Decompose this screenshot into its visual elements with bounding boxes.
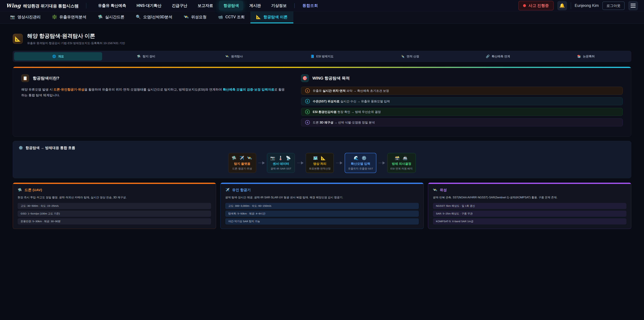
flow-step-sensor-data: 📷 🌡️ 📡 센서 데이터 광학·IR·SAR·SST — [267, 153, 295, 173]
clipboard-icon-box: 📋 — [21, 74, 29, 82]
purple-top-border — [428, 183, 631, 184]
drone-icon: 🛸 — [137, 55, 140, 58]
tab-satellite-request[interactable]: 🛰️ 위성요청 — [178, 12, 212, 23]
satellite-card-description: 광역·반복 관측. SST(NOAA AVHRR·NGSST)·SAR(Sent… — [433, 195, 626, 199]
overview-card: 📋 항공탐색이란? 해양 유류오염 발생 시 드론·유인항공기·위성을 활용하여… — [13, 67, 631, 137]
highlight-platforms: 드론·유인항공기·위성 — [54, 88, 84, 91]
pill-diffusion-link[interactable]: 🔗 확산예측 연계 — [454, 52, 542, 61]
tab-cctv-view[interactable]: 📹 CCTV 조회 — [212, 12, 250, 23]
map-ruler-icons: 🗺️ 📐 — [313, 156, 327, 160]
app-logo: Wing 해양환경 위기대응 통합시스템 — [6, 3, 79, 9]
airplane-icon: ✈️ — [225, 188, 230, 192]
pen-nib-icon: ✒️ — [401, 55, 404, 58]
manned-aircraft-card: ✈️ 유인 항공기 광역 탐색·장시간 체공. 광학·IR·SAR·SLAR·U… — [220, 183, 424, 229]
incident-label: 사고 진행중 — [528, 3, 549, 8]
flow-arrow-icon — [378, 161, 385, 164]
page-title-icon-box: 📐 — [13, 34, 23, 44]
user-name: Eunjeong Kim — [575, 3, 599, 8]
nav-item-aerial-search[interactable]: 항공탐색 — [219, 1, 243, 11]
nav-item-integrated-search[interactable]: 통합조회 — [298, 1, 322, 11]
flow-step-response-decision: 🗃️ 🚢 방제 의사결정 ESI 연계·자원 배치 — [387, 153, 416, 173]
sub-tabbar: 📷 영상사진관리 ❇️ 유출유면적분석 🛸 실시간드론 🔍 오염/선박3D분석 … — [0, 12, 644, 24]
filebox-ship-icons: 🗃️ 🚢 — [394, 156, 408, 160]
flow-step-image-processing: 🗺️ 📐 영상 처리 좌표변환·면적산정 — [306, 153, 334, 173]
pill-overview[interactable]: 🌐 개요 — [14, 52, 102, 61]
number-badge-4: 4 — [305, 120, 310, 125]
bell-icon: 🔔 — [560, 3, 565, 8]
triangle-ruler-icon: 📐 — [14, 36, 21, 42]
drone-card-title: 🛸 드론 (UAV) — [18, 188, 211, 192]
what-section-title: 항공탐색이란? — [33, 76, 59, 81]
highlight-model-input: 확산예측 모델의 검증·보정 입력자료 — [223, 88, 274, 91]
aircraft-card-description: 광역 탐색·장시간 체공. 광학·IR·SAR·SLAR·UV 형광 센서 복합… — [225, 195, 419, 199]
tab-oil-area-analysis[interactable]: ❇️ 유출유면적분석 — [46, 12, 92, 23]
blue-top-border — [220, 183, 424, 184]
flow-arrow-icon — [297, 161, 304, 164]
wave-gear-icons: 🌊 ⚙️ — [354, 156, 368, 160]
main-nav: 유출유 확산예측 HNS·대기확산 긴급구난 보고자료 항공탐색 게시판 기상정… — [94, 1, 322, 11]
drone-icon: 🛸 — [98, 15, 103, 19]
navbar-right-cluster: 사고 진행중 🔔 Eunjeong Kim 로그아웃 — [518, 1, 638, 11]
spec-row: 야간·악기상 SAR 탐지 가능 — [225, 218, 419, 224]
orange-top-border — [13, 183, 216, 184]
satellite-card-title: 🛰️ 위성 — [433, 188, 626, 192]
page-title: 해양 항공탐색·원격탐사 이론 — [27, 32, 125, 40]
pill-papers-patents[interactable]: 📚 논문특허 — [542, 52, 630, 61]
tab-image-photo-management[interactable]: 📷 영상사진관리 — [4, 12, 46, 23]
purpose-section-title: WING 항공탐색 목적 — [312, 76, 350, 81]
nav-divider — [86, 3, 86, 9]
purpose-item-2: 2 수온(SST) 위성자료 실시간 수신 → 유출유 풍화모델 입력 — [301, 97, 623, 105]
flow-section-title: ⚙️ 항공탐색 → 방제대응 통합 흐름 — [18, 145, 626, 150]
wing-purpose-section: 🎯 WING 항공탐색 목적 1 유출유 실시간 위치·면적 파악 → 확산예측… — [301, 74, 623, 129]
nav-item-board[interactable]: 게시판 — [245, 1, 265, 11]
spec-row: 고도: 300~3,000m · 속도: 60~150m/s — [225, 203, 419, 209]
video-camera-icon: 📹 — [218, 15, 223, 19]
gear-icon: ⚙️ — [18, 146, 23, 150]
spec-row: 고도: 30~500m · 속도: 15~25m/s — [18, 203, 211, 209]
purpose-item-4: 4 드론 3D 재구성 → 선박 식별·오염원 정밀 분석 — [301, 119, 623, 126]
logout-button[interactable]: 로그아웃 — [602, 2, 624, 10]
what-section-paragraph: 해양 유류오염 발생 시 드론·유인항공기·위성을 활용하여 유출유의 위치·면… — [21, 87, 289, 98]
pill-remote-sensing[interactable]: 🛰️ 원격탐사 — [190, 52, 278, 61]
flow-step-detection-platform: 🛸 ✈️ 🛰️ 탐지 플랫폼 드론·항공기·위성 — [228, 153, 256, 173]
clipboard-icon: 📋 — [23, 76, 28, 81]
nav-item-reports[interactable]: 보고자료 — [193, 1, 217, 11]
app-title: 해양환경 위기대응 통합시스템 — [23, 3, 78, 9]
nav-item-oil-spill-prediction[interactable]: 유출유 확산예측 — [94, 1, 130, 11]
gradient-top-border — [13, 67, 631, 68]
pill-detection-equipment[interactable]: 🛸 탐지 장비 — [102, 52, 190, 61]
flow-step-diffusion-model-input: 🌊 ⚙️ 확산모델 입력 유출위치·유출량·SST — [345, 153, 376, 173]
nav-item-emergency-rescue[interactable]: 긴급구난 — [167, 1, 192, 11]
incident-dot-icon — [523, 4, 526, 7]
spec-row: 운용반경: 5~30km · 체공: 30~90분 — [18, 218, 211, 224]
tab-pollution-ship-3d[interactable]: 🔍 오염/선박3D분석 — [130, 12, 178, 23]
logo-wing-mark: Wing — [6, 3, 21, 9]
satellite-icon: 🛰️ — [433, 188, 437, 192]
pill-area-calculation[interactable]: ✒️ 면적 산정 — [366, 52, 454, 61]
menu-button[interactable] — [628, 1, 638, 11]
tab-realtime-drone[interactable]: 🛸 실시간드론 — [92, 12, 130, 23]
notifications-button[interactable]: 🔔 — [557, 1, 567, 11]
page-subtitle: 유출유 원격탐지·항공감시 기법·ESI 방제정보지도·등록특허 10-1567… — [27, 41, 125, 45]
main-content: 📐 해양 항공탐색·원격탐사 이론 유출유 원격탐지·항공감시 기법·ESI 방… — [0, 32, 644, 229]
what-is-aerial-search-section: 📋 항공탐색이란? 해양 유류오염 발생 시 드론·유인항공기·위성을 활용하여… — [21, 74, 289, 129]
platform-cards-row: 🛸 드론 (UAV) 현장 즉시 투입·저고도 정밀 촬영. 광학·적외선 카메… — [13, 183, 631, 229]
camera-icon: 📷 — [10, 15, 15, 19]
sparkle-icon: ❇️ — [52, 15, 57, 19]
flow-diagram: 🛸 ✈️ 🛰️ 탐지 플랫폼 드론·항공기·위성 📷 🌡️ 📡 센서 데이터 광… — [18, 153, 626, 173]
flow-arrow-icon — [336, 161, 342, 164]
nav-separator — [294, 3, 295, 8]
books-icon: 📚 — [577, 55, 581, 58]
triangle-ruler-icon: 📐 — [256, 15, 261, 19]
pill-esi-map[interactable]: 📘 ESI 방제지도 — [278, 52, 366, 61]
tab-aerial-search-theory[interactable]: 📐 항공탐색 이론 — [250, 12, 293, 23]
navbar-divider — [571, 2, 571, 9]
spec-row: GSD: 1~5cm/px (100m 고도 기준) — [18, 211, 211, 217]
top-navbar: Wing 해양환경 위기대응 통합시스템 유출유 확산예측 HNS·대기확산 긴… — [0, 0, 644, 12]
drone-card: 🛸 드론 (UAV) 현장 즉시 투입·저고도 정밀 촬영. 광학·적외선 카메… — [13, 183, 216, 229]
number-badge-2: 2 — [305, 99, 310, 104]
nav-item-hns-diffusion[interactable]: HNS·대기확산 — [132, 1, 166, 11]
nav-item-weather[interactable]: 기상정보 — [267, 1, 291, 11]
satellite-card: 🛰️ 위성 광역·반복 관측. SST(NOAA AVHRR·NGSST)·SA… — [428, 183, 631, 229]
purpose-item-1: 1 유출유 실시간 위치·면적 파악 → 확산예측 초기조건 보정 — [301, 87, 623, 95]
